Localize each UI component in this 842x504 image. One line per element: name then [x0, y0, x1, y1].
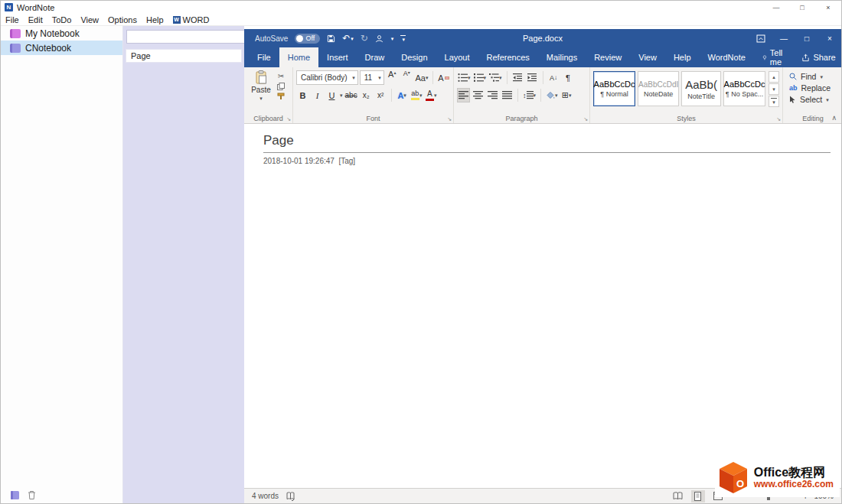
- maximize-icon[interactable]: □: [789, 1, 815, 14]
- line-spacing-button[interactable]: ↕ ▾: [522, 88, 537, 102]
- word-count[interactable]: 4 words: [252, 492, 279, 500]
- menu-file[interactable]: File: [1, 15, 24, 24]
- italic-button[interactable]: I: [311, 88, 324, 102]
- numbering-button[interactable]: ▾: [473, 70, 488, 85]
- bullets-button[interactable]: ▾: [457, 70, 472, 85]
- borders-button[interactable]: ⊞▾: [560, 88, 573, 102]
- sort-button[interactable]: A↓: [547, 70, 560, 85]
- title-rule: [263, 152, 831, 153]
- style-chip-normal[interactable]: AaBbCcDc ¶ Normal: [593, 71, 635, 106]
- show-formatting-marks-button[interactable]: ¶: [562, 70, 575, 85]
- find-button[interactable]: Find ▾: [789, 72, 837, 81]
- minimize-icon[interactable]: —: [763, 1, 789, 14]
- page-list-item[interactable]: Page: [126, 49, 242, 63]
- customize-qat-icon[interactable]: ▾: [400, 35, 406, 42]
- subscript-button[interactable]: x₂: [360, 88, 373, 102]
- autosave-toggle[interactable]: Off: [295, 34, 320, 44]
- tab-insert[interactable]: Insert: [318, 47, 357, 67]
- tab-mailings[interactable]: Mailings: [538, 47, 586, 67]
- bold-button[interactable]: B: [296, 88, 309, 102]
- styles-gallery-more-icon[interactable]: ▾: [769, 96, 779, 107]
- text-effects-button[interactable]: A▾: [396, 88, 409, 102]
- align-center-button[interactable]: [472, 88, 485, 102]
- font-dialog-launcher-icon[interactable]: ↘: [447, 116, 452, 122]
- menu-word[interactable]: W WORD: [168, 15, 214, 24]
- menu-todo[interactable]: ToDo: [47, 15, 77, 24]
- proofing-icon[interactable]: [286, 492, 295, 501]
- word-close-icon[interactable]: ×: [818, 29, 841, 47]
- menu-options[interactable]: Options: [103, 15, 142, 24]
- search-input[interactable]: [127, 32, 242, 41]
- shading-button[interactable]: ▾: [545, 88, 559, 102]
- tab-home[interactable]: Home: [279, 47, 318, 67]
- styles-scroll-down-icon[interactable]: ▾: [769, 83, 779, 95]
- print-layout-button[interactable]: [691, 490, 705, 502]
- clipboard-dialog-launcher-icon[interactable]: ↘: [286, 116, 291, 122]
- align-right-button[interactable]: [486, 88, 499, 102]
- shrink-font-button[interactable]: A▾: [400, 70, 413, 85]
- tab-file[interactable]: File: [249, 47, 279, 67]
- underline-button[interactable]: U: [325, 88, 338, 102]
- tab-layout[interactable]: Layout: [436, 47, 478, 67]
- paste-button[interactable]: Paste ▾: [247, 70, 275, 101]
- notebook-item-my-notebook[interactable]: My Notebook: [1, 26, 122, 41]
- cut-icon[interactable]: ✂: [278, 72, 284, 80]
- style-chip-notedate[interactable]: AaBbCcDdI NoteDate: [638, 71, 679, 106]
- highlight-button[interactable]: ab ▾: [410, 88, 423, 102]
- collapse-ribbon-icon[interactable]: ∧: [831, 114, 837, 122]
- paragraph-dialog-launcher-icon[interactable]: ↘: [583, 116, 588, 122]
- replace-button[interactable]: ab Replace: [789, 83, 837, 93]
- clipboard-group-label: Clipboard: [244, 115, 292, 122]
- undo-icon[interactable]: ↶▾: [342, 34, 354, 43]
- close-icon[interactable]: ×: [815, 1, 841, 14]
- style-chip-no-spacing[interactable]: AaBbCcDc ¶ No Spac...: [723, 71, 765, 106]
- menu-view[interactable]: View: [76, 15, 103, 24]
- trash-icon[interactable]: [28, 490, 36, 500]
- tab-draw[interactable]: Draw: [357, 47, 393, 67]
- copy-icon[interactable]: [277, 83, 285, 90]
- select-button[interactable]: Select ▾: [789, 95, 837, 104]
- signin-caret-icon[interactable]: ▾: [391, 36, 394, 41]
- font-name-select[interactable]: Calibri (Body) ▾: [296, 70, 358, 85]
- tell-me-box[interactable]: Tell me: [754, 47, 795, 67]
- clear-formatting-button[interactable]: A: [437, 70, 450, 85]
- increase-indent-button[interactable]: [526, 70, 539, 85]
- superscript-button[interactable]: x²: [374, 88, 387, 102]
- align-left-button[interactable]: [457, 88, 470, 102]
- word-titlebar: AutoSave Off ↶▾ ↻ ▾ ▾: [244, 29, 841, 47]
- change-case-button[interactable]: Aa▾: [415, 70, 429, 85]
- strikethrough-button[interactable]: abc: [344, 88, 358, 102]
- tab-wordnote[interactable]: WordNote: [700, 47, 754, 67]
- font-size-select[interactable]: 11 ▾: [360, 70, 384, 85]
- style-chip-notetitle[interactable]: AaBb( NoteTitle: [681, 71, 721, 106]
- styles-dialog-launcher-icon[interactable]: ↘: [776, 116, 781, 122]
- tab-design[interactable]: Design: [393, 47, 436, 67]
- save-icon[interactable]: [327, 34, 335, 43]
- app-title: WordNote: [17, 3, 54, 12]
- document-area[interactable]: Page 2018-10-01 19:26:47 [Tag]: [244, 124, 841, 488]
- multilevel-list-button[interactable]: ▾: [488, 70, 503, 85]
- share-icon: [801, 54, 810, 62]
- tab-help[interactable]: Help: [665, 47, 700, 67]
- share-label: Share: [813, 53, 835, 62]
- redo-icon[interactable]: ↻: [361, 34, 368, 43]
- menu-edit[interactable]: Edit: [24, 15, 47, 24]
- ribbon-display-options-icon[interactable]: [749, 29, 772, 47]
- grow-font-button[interactable]: A▴: [386, 70, 399, 85]
- tab-references[interactable]: References: [478, 47, 538, 67]
- justify-button[interactable]: [501, 88, 514, 102]
- menu-help[interactable]: Help: [142, 15, 168, 24]
- styles-scroll-up-icon[interactable]: ▴: [769, 71, 779, 83]
- word-maximize-icon[interactable]: □: [795, 29, 818, 47]
- notebook-item-cnotebook[interactable]: CNotebook: [1, 41, 122, 55]
- tab-review[interactable]: Review: [586, 47, 630, 67]
- notebook-footer-icon[interactable]: [10, 490, 20, 500]
- share-button[interactable]: Share: [794, 47, 842, 67]
- tab-view[interactable]: View: [630, 47, 665, 67]
- user-icon[interactable]: [375, 34, 383, 43]
- font-color-button[interactable]: A ▾: [425, 88, 438, 102]
- format-painter-icon[interactable]: [277, 93, 285, 100]
- read-mode-button[interactable]: [671, 490, 685, 502]
- decrease-indent-button[interactable]: [511, 70, 524, 85]
- word-minimize-icon[interactable]: —: [772, 29, 795, 47]
